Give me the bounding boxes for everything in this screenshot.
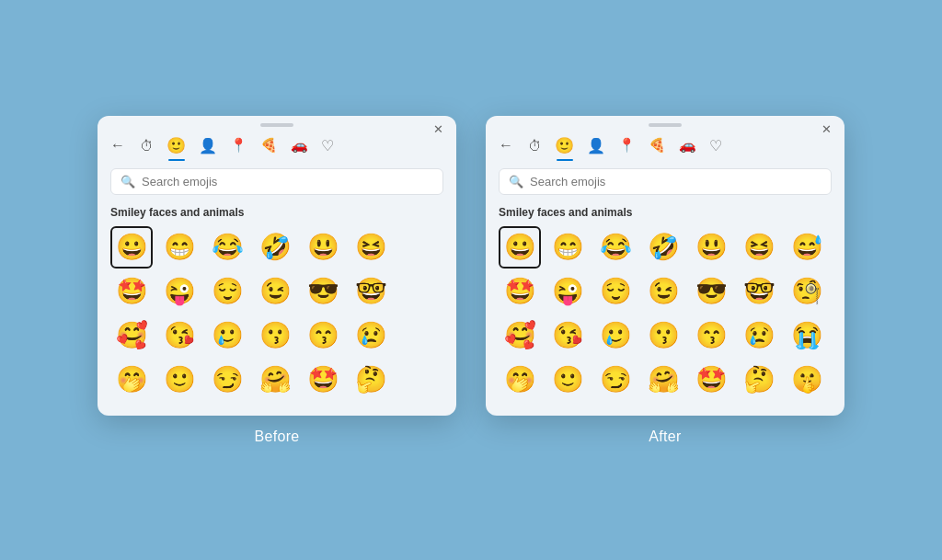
emoji-cell[interactable]: 😁 [546, 226, 589, 269]
emoji-cell[interactable]: 🙂 [546, 359, 589, 401]
emoji-cell[interactable]: 😎 [302, 270, 344, 313]
emoji-cell[interactable]: 😢 [738, 314, 780, 357]
emoji-cell[interactable]: 😙 [302, 314, 344, 357]
emoji-cell[interactable]: 😆 [350, 226, 392, 269]
after-emoji-picker: ✕ ← ⏱ 🙂 👤 📍 🍕 🚗 ♡ 🔍 Smiley faces and ani… [486, 116, 844, 416]
after-nav-travel[interactable]: 🚗 [679, 137, 696, 154]
before-emoji-picker: ✕ ← ⏱ 🙂 👤 📍 🍕 🚗 ♡ 🔍 Smiley faces and ani… [98, 116, 456, 416]
emoji-cell[interactable]: 🤗 [642, 359, 684, 401]
emoji-cell[interactable]: 😅 [786, 226, 828, 269]
emoji-cell[interactable]: 🥲 [594, 314, 637, 357]
after-back-button[interactable]: ← [499, 137, 513, 154]
before-back-button[interactable]: ← [110, 137, 125, 154]
after-label: After [649, 429, 681, 445]
after-drag-handle [649, 123, 682, 127]
before-panel-wrapper: ✕ ← ⏱ 🙂 👤 📍 🍕 🚗 ♡ 🔍 Smiley faces and ani… [98, 116, 456, 445]
emoji-cell[interactable]: 🤣 [642, 226, 684, 269]
emoji-cell[interactable]: 🤩 [690, 359, 732, 401]
after-section-title: Smiley faces and animals [486, 202, 844, 226]
panels-container: ✕ ← ⏱ 🙂 👤 📍 🍕 🚗 ♡ 🔍 Smiley faces and ani… [98, 116, 844, 445]
emoji-cell[interactable]: 🧐 [786, 270, 828, 313]
after-nav-heart[interactable]: ♡ [709, 137, 722, 154]
emoji-cell[interactable]: 🤓 [350, 270, 392, 313]
emoji-cell[interactable]: 😭 [786, 314, 828, 357]
emoji-cell[interactable]: 😗 [642, 314, 684, 357]
emoji-cell[interactable]: 😢 [350, 314, 392, 357]
emoji-cell[interactable]: 😉 [642, 270, 684, 313]
emoji-cell[interactable]: 😏 [206, 359, 248, 401]
before-emoji-grid: 😀 😁 😂 🤣 😃 😆 🤩 😜 😌 😉 😎 🤓 🥰 😘 🥲 [98, 226, 456, 401]
before-label: Before [254, 429, 299, 445]
before-search-box[interactable]: 🔍 [110, 168, 443, 195]
emoji-cell[interactable]: 😘 [546, 314, 589, 357]
emoji-cell[interactable]: 🤫 [786, 359, 828, 401]
before-nav-person[interactable]: 👤 [199, 137, 217, 154]
emoji-cell[interactable]: 😃 [302, 226, 344, 269]
after-emoji-grid: 😀 😁 😂 🤣 😃 😆 😅 🤩 😜 😌 😉 😎 🤓 🧐 🥰 😘 🥲 [486, 226, 844, 401]
emoji-cell[interactable]: 😜 [546, 270, 589, 313]
after-nav-person[interactable]: 👤 [587, 137, 605, 154]
emoji-cell[interactable]: 🤩 [110, 270, 153, 313]
before-search-icon: 🔍 [121, 175, 135, 189]
after-nav: ← ⏱ 🙂 👤 📍 🍕 🚗 ♡ [486, 131, 844, 159]
emoji-cell[interactable]: 😗 [254, 314, 296, 357]
emoji-cell[interactable]: 😀 [499, 226, 541, 269]
emoji-cell[interactable]: 🥰 [110, 314, 153, 357]
emoji-cell[interactable]: 😀 [110, 226, 153, 269]
emoji-cell[interactable]: 😂 [594, 226, 637, 269]
after-nav-recent[interactable]: ⏱ [528, 138, 542, 154]
emoji-cell[interactable]: 🤭 [499, 359, 541, 401]
before-nav-food[interactable]: 🍕 [260, 137, 278, 154]
emoji-cell[interactable]: 🤗 [254, 359, 296, 401]
emoji-cell[interactable]: 😏 [594, 359, 637, 401]
emoji-cell[interactable]: 🥲 [206, 314, 248, 357]
emoji-cell[interactable]: 🤔 [350, 359, 392, 401]
emoji-cell[interactable]: 😉 [254, 270, 296, 313]
before-drag-handle [260, 123, 293, 127]
emoji-cell[interactable]: 😁 [158, 226, 201, 269]
emoji-cell[interactable]: 😆 [738, 226, 780, 269]
after-panel-wrapper: ✕ ← ⏱ 🙂 👤 📍 🍕 🚗 ♡ 🔍 Smiley faces and ani… [486, 116, 844, 445]
emoji-cell[interactable]: 🤩 [302, 359, 344, 401]
before-nav-heart[interactable]: ♡ [321, 137, 334, 154]
before-close-button[interactable]: ✕ [433, 123, 443, 135]
emoji-cell[interactable]: 🤔 [738, 359, 780, 401]
before-nav-travel[interactable]: 🚗 [291, 137, 308, 154]
emoji-cell[interactable]: 🤓 [738, 270, 780, 313]
after-search-input[interactable] [530, 175, 821, 189]
before-nav-location[interactable]: 📍 [230, 137, 247, 154]
emoji-cell[interactable]: 😎 [690, 270, 732, 313]
after-titlebar: ✕ [486, 116, 844, 131]
before-nav-smiley[interactable]: 🙂 [167, 136, 186, 155]
after-nav-smiley[interactable]: 🙂 [555, 136, 574, 155]
before-nav: ← ⏱ 🙂 👤 📍 🍕 🚗 ♡ [98, 131, 456, 159]
emoji-cell[interactable]: 🙂 [158, 359, 201, 401]
after-nav-location[interactable]: 📍 [618, 137, 636, 154]
before-titlebar: ✕ [98, 116, 456, 131]
after-search-box[interactable]: 🔍 [499, 168, 832, 195]
emoji-cell[interactable]: 🤣 [254, 226, 296, 269]
emoji-cell[interactable]: 😘 [158, 314, 201, 357]
before-nav-recent[interactable]: ⏱ [140, 138, 154, 154]
emoji-cell[interactable]: 😃 [690, 226, 732, 269]
emoji-cell[interactable]: 😂 [206, 226, 248, 269]
after-close-button[interactable]: ✕ [821, 123, 832, 135]
before-search-input[interactable] [142, 175, 433, 189]
emoji-cell[interactable]: 🥰 [499, 314, 541, 357]
emoji-cell[interactable]: 😜 [158, 270, 201, 313]
emoji-cell[interactable]: 🤩 [499, 270, 541, 313]
before-section-title: Smiley faces and animals [98, 202, 456, 226]
after-search-icon: 🔍 [509, 175, 523, 189]
emoji-cell[interactable]: 😌 [206, 270, 248, 313]
emoji-cell[interactable]: 😌 [594, 270, 637, 313]
emoji-cell[interactable]: 🤭 [110, 359, 153, 401]
after-nav-food[interactable]: 🍕 [649, 137, 666, 154]
emoji-cell[interactable]: 😙 [690, 314, 732, 357]
